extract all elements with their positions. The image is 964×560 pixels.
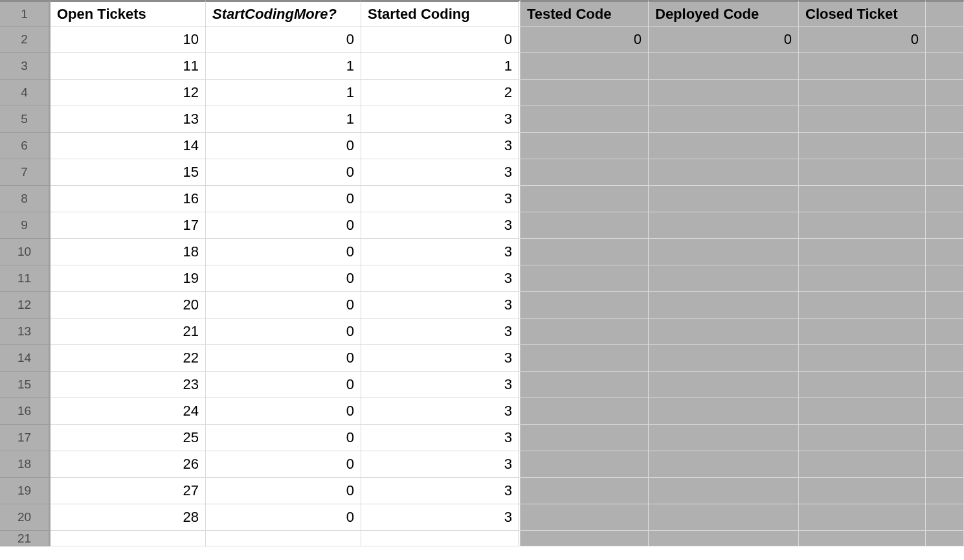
spreadsheet-grid[interactable]: 1Open TicketsStartCodingMore?Started Cod… xyxy=(0,0,964,557)
cell-start_coding_more[interactable]: 0 xyxy=(206,292,361,319)
column-header-blank[interactable] xyxy=(926,0,964,27)
cell-started_coding[interactable]: 3 xyxy=(361,372,521,398)
cell-tested_code[interactable] xyxy=(521,504,649,531)
cell-started_coding[interactable]: 3 xyxy=(361,265,521,292)
cell-started_coding[interactable]: 3 xyxy=(361,319,521,345)
cell-closed_ticket[interactable] xyxy=(799,425,926,451)
cell-closed_ticket[interactable] xyxy=(799,239,926,265)
cell-tested_code[interactable] xyxy=(521,239,649,265)
cell-deployed_code[interactable] xyxy=(649,504,799,531)
cell-started_coding[interactable]: 3 xyxy=(361,292,521,319)
cell-tested_code[interactable] xyxy=(521,212,649,239)
cell-blank[interactable] xyxy=(926,53,964,80)
cell-start_coding_more[interactable]: 0 xyxy=(206,398,361,425)
cell-start_coding_more[interactable] xyxy=(206,531,361,546)
column-header[interactable]: StartCodingMore? xyxy=(206,0,361,27)
cell-start_coding_more[interactable]: 0 xyxy=(206,27,361,53)
cell-closed_ticket[interactable] xyxy=(799,451,926,478)
cell-open_tickets[interactable]: 15 xyxy=(50,159,206,186)
cell-started_coding[interactable]: 3 xyxy=(361,398,521,425)
cell-closed_ticket[interactable] xyxy=(799,398,926,425)
cell-tested_code[interactable] xyxy=(521,53,649,80)
row-header[interactable]: 6 xyxy=(0,133,50,159)
cell-started_coding[interactable]: 1 xyxy=(361,53,521,80)
column-header[interactable]: Deployed Code xyxy=(649,0,799,27)
cell-blank[interactable] xyxy=(926,80,964,106)
cell-started_coding[interactable]: 3 xyxy=(361,186,521,212)
row-header[interactable]: 18 xyxy=(0,451,50,478)
cell-started_coding[interactable]: 0 xyxy=(361,27,521,53)
row-header[interactable]: 1 xyxy=(0,0,50,27)
row-header[interactable]: 20 xyxy=(0,504,50,531)
cell-open_tickets[interactable]: 12 xyxy=(50,80,206,106)
cell-deployed_code[interactable] xyxy=(649,398,799,425)
cell-start_coding_more[interactable]: 0 xyxy=(206,504,361,531)
cell-open_tickets[interactable]: 24 xyxy=(50,398,206,425)
column-header[interactable]: Closed Ticket xyxy=(799,0,926,27)
cell-blank[interactable] xyxy=(926,425,964,451)
row-header[interactable]: 7 xyxy=(0,159,50,186)
cell-open_tickets[interactable]: 26 xyxy=(50,451,206,478)
row-header[interactable]: 3 xyxy=(0,53,50,80)
cell-open_tickets[interactable]: 23 xyxy=(50,372,206,398)
cell-started_coding[interactable]: 3 xyxy=(361,504,521,531)
cell-tested_code[interactable] xyxy=(521,265,649,292)
cell-open_tickets[interactable]: 27 xyxy=(50,478,206,504)
cell-started_coding[interactable]: 3 xyxy=(361,239,521,265)
cell-start_coding_more[interactable]: 0 xyxy=(206,425,361,451)
cell-open_tickets[interactable]: 25 xyxy=(50,425,206,451)
cell-started_coding[interactable]: 2 xyxy=(361,80,521,106)
cell-blank[interactable] xyxy=(926,478,964,504)
cell-started_coding[interactable]: 3 xyxy=(361,106,521,133)
cell-blank[interactable] xyxy=(926,106,964,133)
cell-blank[interactable] xyxy=(926,372,964,398)
cell-start_coding_more[interactable]: 1 xyxy=(206,53,361,80)
cell-start_coding_more[interactable]: 0 xyxy=(206,345,361,372)
cell-closed_ticket[interactable] xyxy=(799,345,926,372)
cell-open_tickets[interactable]: 14 xyxy=(50,133,206,159)
row-header[interactable]: 14 xyxy=(0,345,50,372)
cell-open_tickets[interactable] xyxy=(50,531,206,546)
cell-blank[interactable] xyxy=(926,345,964,372)
cell-started_coding[interactable]: 3 xyxy=(361,478,521,504)
row-header[interactable]: 4 xyxy=(0,80,50,106)
cell-closed_ticket[interactable] xyxy=(799,372,926,398)
cell-start_coding_more[interactable]: 0 xyxy=(206,159,361,186)
cell-closed_ticket[interactable] xyxy=(799,478,926,504)
cell-deployed_code[interactable] xyxy=(649,345,799,372)
cell-deployed_code[interactable] xyxy=(649,106,799,133)
cell-started_coding[interactable]: 3 xyxy=(361,159,521,186)
cell-blank[interactable] xyxy=(926,398,964,425)
cell-closed_ticket[interactable] xyxy=(799,53,926,80)
cell-start_coding_more[interactable]: 1 xyxy=(206,80,361,106)
cell-tested_code[interactable] xyxy=(521,478,649,504)
cell-open_tickets[interactable]: 16 xyxy=(50,186,206,212)
cell-tested_code[interactable] xyxy=(521,531,649,546)
row-header[interactable]: 9 xyxy=(0,212,50,239)
cell-deployed_code[interactable] xyxy=(649,292,799,319)
cell-deployed_code[interactable] xyxy=(649,80,799,106)
cell-blank[interactable] xyxy=(926,133,964,159)
cell-blank[interactable] xyxy=(926,239,964,265)
cell-tested_code[interactable] xyxy=(521,319,649,345)
cell-started_coding[interactable]: 3 xyxy=(361,133,521,159)
row-header[interactable]: 10 xyxy=(0,239,50,265)
cell-tested_code[interactable] xyxy=(521,80,649,106)
cell-start_coding_more[interactable]: 0 xyxy=(206,239,361,265)
cell-blank[interactable] xyxy=(926,186,964,212)
cell-tested_code[interactable] xyxy=(521,106,649,133)
row-header[interactable]: 17 xyxy=(0,425,50,451)
row-header[interactable]: 19 xyxy=(0,478,50,504)
cell-blank[interactable] xyxy=(926,504,964,531)
cell-closed_ticket[interactable] xyxy=(799,265,926,292)
cell-tested_code[interactable] xyxy=(521,372,649,398)
cell-deployed_code[interactable] xyxy=(649,212,799,239)
cell-deployed_code[interactable] xyxy=(649,53,799,80)
cell-tested_code[interactable] xyxy=(521,345,649,372)
cell-blank[interactable] xyxy=(926,212,964,239)
row-header[interactable]: 12 xyxy=(0,292,50,319)
cell-tested_code[interactable] xyxy=(521,159,649,186)
cell-blank[interactable] xyxy=(926,319,964,345)
cell-deployed_code[interactable]: 0 xyxy=(649,27,799,53)
row-header[interactable]: 16 xyxy=(0,398,50,425)
